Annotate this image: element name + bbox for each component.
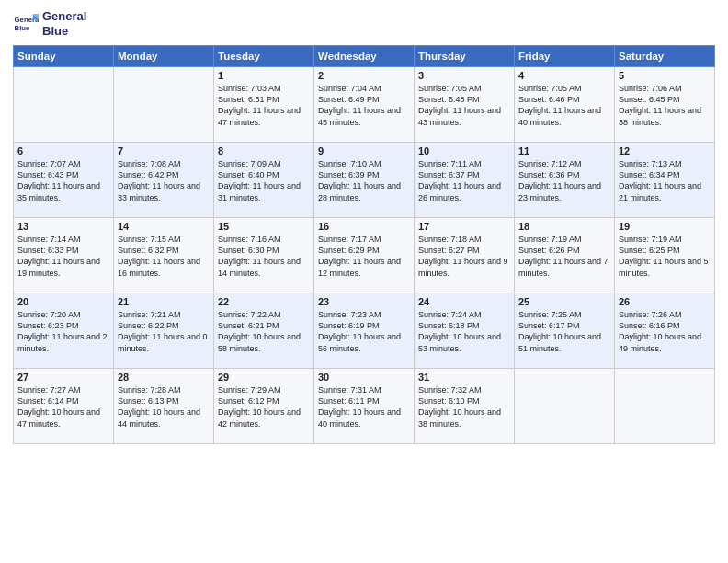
day-number: 25 (518, 296, 610, 307)
cell-3-6: 18Sunrise: 7:19 AM Sunset: 6:26 PM Dayli… (515, 218, 615, 293)
cell-3-7: 19Sunrise: 7:19 AM Sunset: 6:25 PM Dayli… (615, 218, 715, 293)
cell-3-3: 15Sunrise: 7:16 AM Sunset: 6:30 PM Dayli… (214, 218, 314, 293)
cell-5-1: 27Sunrise: 7:27 AM Sunset: 6:14 PM Dayli… (14, 369, 114, 444)
cell-info: Sunrise: 7:21 AM Sunset: 6:22 PM Dayligh… (118, 309, 210, 354)
cell-4-7: 26Sunrise: 7:26 AM Sunset: 6:16 PM Dayli… (615, 293, 715, 369)
day-number: 30 (318, 372, 410, 383)
col-header-thursday: Thursday (415, 46, 515, 67)
logo-text: General Blue (42, 9, 86, 38)
cell-2-2: 7Sunrise: 7:08 AM Sunset: 6:42 PM Daylig… (114, 143, 214, 218)
day-number: 22 (218, 296, 310, 307)
cell-2-7: 12Sunrise: 7:13 AM Sunset: 6:34 PM Dayli… (615, 143, 715, 218)
cell-info: Sunrise: 7:06 AM Sunset: 6:45 PM Dayligh… (619, 83, 711, 128)
day-number: 24 (418, 296, 510, 307)
cell-info: Sunrise: 7:27 AM Sunset: 6:14 PM Dayligh… (17, 385, 109, 430)
cell-2-3: 8Sunrise: 7:09 AM Sunset: 6:40 PM Daylig… (214, 143, 314, 218)
cell-1-6: 4Sunrise: 7:05 AM Sunset: 6:46 PM Daylig… (515, 67, 615, 143)
cell-2-6: 11Sunrise: 7:12 AM Sunset: 6:36 PM Dayli… (515, 143, 615, 218)
cell-info: Sunrise: 7:26 AM Sunset: 6:16 PM Dayligh… (619, 309, 711, 354)
day-number: 10 (418, 145, 510, 156)
day-number: 13 (17, 221, 109, 232)
day-number: 17 (418, 221, 510, 232)
svg-text:Blue: Blue (15, 24, 31, 32)
cell-info: Sunrise: 7:08 AM Sunset: 6:42 PM Dayligh… (118, 158, 210, 203)
cell-info: Sunrise: 7:31 AM Sunset: 6:11 PM Dayligh… (318, 385, 410, 430)
cell-4-5: 24Sunrise: 7:24 AM Sunset: 6:18 PM Dayli… (415, 293, 515, 369)
col-header-saturday: Saturday (615, 46, 715, 67)
cell-info: Sunrise: 7:25 AM Sunset: 6:17 PM Dayligh… (518, 309, 610, 354)
cell-info: Sunrise: 7:03 AM Sunset: 6:51 PM Dayligh… (218, 83, 310, 128)
cell-info: Sunrise: 7:18 AM Sunset: 6:27 PM Dayligh… (418, 234, 510, 279)
day-number: 18 (518, 221, 610, 232)
cell-1-4: 2Sunrise: 7:04 AM Sunset: 6:49 PM Daylig… (314, 67, 415, 143)
cell-info: Sunrise: 7:20 AM Sunset: 6:23 PM Dayligh… (17, 309, 109, 354)
week-row-3: 13Sunrise: 7:14 AM Sunset: 6:33 PM Dayli… (14, 218, 715, 293)
cell-info: Sunrise: 7:24 AM Sunset: 6:18 PM Dayligh… (418, 309, 510, 354)
cell-info: Sunrise: 7:32 AM Sunset: 6:10 PM Dayligh… (418, 385, 510, 430)
week-row-4: 20Sunrise: 7:20 AM Sunset: 6:23 PM Dayli… (14, 293, 715, 369)
cell-5-7 (615, 369, 715, 444)
cell-info: Sunrise: 7:10 AM Sunset: 6:39 PM Dayligh… (318, 158, 410, 203)
cell-info: Sunrise: 7:23 AM Sunset: 6:19 PM Dayligh… (318, 309, 410, 354)
header: General Blue General Blue (13, 9, 715, 38)
day-number: 3 (418, 70, 510, 81)
day-number: 6 (17, 145, 109, 156)
day-number: 12 (619, 145, 711, 156)
cell-info: Sunrise: 7:15 AM Sunset: 6:32 PM Dayligh… (118, 234, 210, 279)
day-number: 27 (17, 372, 109, 383)
day-number: 5 (619, 70, 711, 81)
cell-info: Sunrise: 7:09 AM Sunset: 6:40 PM Dayligh… (218, 158, 310, 203)
cell-5-4: 30Sunrise: 7:31 AM Sunset: 6:11 PM Dayli… (314, 369, 415, 444)
cell-5-6 (515, 369, 615, 444)
cell-info: Sunrise: 7:11 AM Sunset: 6:37 PM Dayligh… (418, 158, 510, 203)
cell-4-4: 23Sunrise: 7:23 AM Sunset: 6:19 PM Dayli… (314, 293, 415, 369)
cell-3-2: 14Sunrise: 7:15 AM Sunset: 6:32 PM Dayli… (114, 218, 214, 293)
cell-info: Sunrise: 7:16 AM Sunset: 6:30 PM Dayligh… (218, 234, 310, 279)
cell-info: Sunrise: 7:19 AM Sunset: 6:26 PM Dayligh… (518, 234, 610, 279)
day-number: 11 (518, 145, 610, 156)
day-number: 29 (218, 372, 310, 383)
col-header-wednesday: Wednesday (314, 46, 415, 67)
cell-2-5: 10Sunrise: 7:11 AM Sunset: 6:37 PM Dayli… (415, 143, 515, 218)
day-number: 31 (418, 372, 510, 383)
day-number: 19 (619, 221, 711, 232)
day-number: 20 (17, 296, 109, 307)
cell-1-3: 1Sunrise: 7:03 AM Sunset: 6:51 PM Daylig… (214, 67, 314, 143)
day-number: 23 (318, 296, 410, 307)
cell-5-2: 28Sunrise: 7:28 AM Sunset: 6:13 PM Dayli… (114, 369, 214, 444)
cell-info: Sunrise: 7:12 AM Sunset: 6:36 PM Dayligh… (518, 158, 610, 203)
day-number: 1 (218, 70, 310, 81)
cell-4-2: 21Sunrise: 7:21 AM Sunset: 6:22 PM Dayli… (114, 293, 214, 369)
cell-info: Sunrise: 7:14 AM Sunset: 6:33 PM Dayligh… (17, 234, 109, 279)
cell-4-6: 25Sunrise: 7:25 AM Sunset: 6:17 PM Dayli… (515, 293, 615, 369)
cell-1-7: 5Sunrise: 7:06 AM Sunset: 6:45 PM Daylig… (615, 67, 715, 143)
cell-info: Sunrise: 7:05 AM Sunset: 6:46 PM Dayligh… (518, 83, 610, 128)
week-row-2: 6Sunrise: 7:07 AM Sunset: 6:43 PM Daylig… (14, 143, 715, 218)
cell-info: Sunrise: 7:19 AM Sunset: 6:25 PM Dayligh… (619, 234, 711, 279)
cell-5-5: 31Sunrise: 7:32 AM Sunset: 6:10 PM Dayli… (415, 369, 515, 444)
day-number: 4 (518, 70, 610, 81)
week-row-1: 1Sunrise: 7:03 AM Sunset: 6:51 PM Daylig… (14, 67, 715, 143)
cell-3-1: 13Sunrise: 7:14 AM Sunset: 6:33 PM Dayli… (14, 218, 114, 293)
cell-info: Sunrise: 7:28 AM Sunset: 6:13 PM Dayligh… (118, 385, 210, 430)
day-number: 2 (318, 70, 410, 81)
cell-5-3: 29Sunrise: 7:29 AM Sunset: 6:12 PM Dayli… (214, 369, 314, 444)
cell-info: Sunrise: 7:04 AM Sunset: 6:49 PM Dayligh… (318, 83, 410, 128)
logo: General Blue General Blue (13, 9, 86, 38)
day-number: 9 (318, 145, 410, 156)
day-number: 16 (318, 221, 410, 232)
day-number: 15 (218, 221, 310, 232)
day-number: 26 (619, 296, 711, 307)
col-header-friday: Friday (515, 46, 615, 67)
col-header-sunday: Sunday (14, 46, 114, 67)
day-number: 28 (118, 372, 210, 383)
day-number: 8 (218, 145, 310, 156)
cell-4-1: 20Sunrise: 7:20 AM Sunset: 6:23 PM Dayli… (14, 293, 114, 369)
cell-info: Sunrise: 7:22 AM Sunset: 6:21 PM Dayligh… (218, 309, 310, 354)
col-header-monday: Monday (114, 46, 214, 67)
cell-info: Sunrise: 7:13 AM Sunset: 6:34 PM Dayligh… (619, 158, 711, 203)
week-row-5: 27Sunrise: 7:27 AM Sunset: 6:14 PM Dayli… (14, 369, 715, 444)
day-number: 7 (118, 145, 210, 156)
cell-1-1 (14, 67, 114, 143)
logo-icon: General Blue (13, 11, 39, 37)
